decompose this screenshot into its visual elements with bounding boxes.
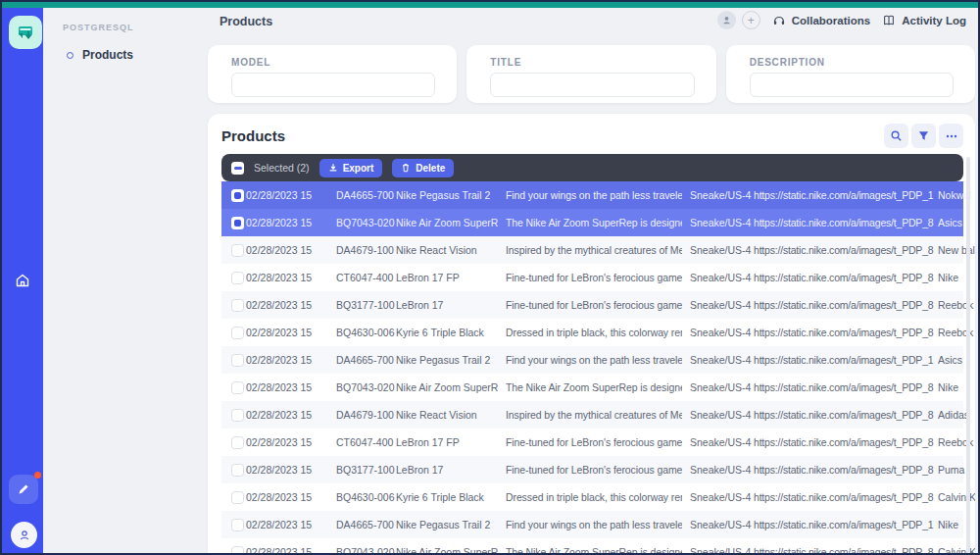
products-card: Products: [208, 114, 975, 555]
row-checkbox[interactable]: [231, 436, 244, 449]
cell-size: Sneake/US-42: [690, 217, 752, 228]
row-checkbox[interactable]: [231, 409, 244, 422]
row-checkbox[interactable]: [231, 381, 244, 394]
cell-description: Find your wings on the path less travele…: [506, 519, 682, 530]
cell-size: Sneake/US-43: [690, 244, 752, 256]
edit-mode-button[interactable]: [9, 475, 38, 504]
cell-description: Inspired by the mythical creatures of Me…: [506, 244, 682, 256]
cell-size: Sneake/US-42: [690, 299, 752, 311]
table-row[interactable]: 02/28/2023 15:11 DA4665-700 Nike Pegasus…: [221, 511, 963, 538]
cell-size: Sneake/US-44: [690, 272, 752, 283]
export-label: Export: [343, 163, 374, 174]
table-row[interactable]: 02/28/2023 15:11 BQ7043-020 Nike Air Zoo…: [221, 209, 963, 236]
cell-image-url: https://static.nike.com/a/images/t_PDP_1…: [754, 189, 934, 201]
cell-title: Kyrie 6 Triple Black: [396, 491, 498, 503]
cell-title: Nike Air Zoom SuperRep: [396, 381, 498, 393]
cell-description: Fine-tuned for LeBron's ferocious game, …: [506, 299, 682, 311]
trash-icon: [401, 163, 411, 173]
row-checkbox[interactable]: [231, 546, 244, 555]
app-window: POSTGRESQL Products Products + Collabora…: [0, 0, 980, 555]
user-avatar-button[interactable]: [11, 522, 37, 548]
row-checkbox[interactable]: [231, 327, 244, 339]
sidebar-item-label: Products: [82, 48, 133, 62]
description-filter-input[interactable]: [750, 73, 954, 97]
cell-model: DA4679-100: [336, 244, 396, 256]
cell-size: Sneake/US-43: [690, 327, 752, 338]
table-row[interactable]: 02/28/2023 15:11 DA4665-700 Nike Pegasus…: [221, 181, 963, 209]
table-scrollbar[interactable]: [966, 157, 970, 555]
row-checkbox[interactable]: [231, 519, 244, 531]
cell-size: Sneake/US-44: [690, 189, 752, 201]
cell-size: Sneake/US-43: [690, 491, 752, 503]
cell-size: Sneake/US-42: [690, 546, 752, 555]
model-filter-input[interactable]: [231, 73, 435, 97]
row-checkbox[interactable]: [231, 491, 244, 504]
activity-log-button[interactable]: Activity Log: [882, 14, 966, 27]
table-row[interactable]: 02/28/2023 15:11 BQ7043-020 Nike Air Zoo…: [221, 538, 963, 555]
cell-model: DA4665-700: [336, 519, 396, 530]
cell-title: Nike React Vision: [396, 244, 498, 256]
row-checkbox[interactable]: [231, 354, 244, 367]
selected-count: Selected (2): [254, 162, 310, 174]
book-icon: [882, 14, 896, 27]
cell-image-url: https://static.nike.com/a/images/t_PDP_8…: [754, 491, 934, 503]
collaborations-button[interactable]: Collaborations: [772, 14, 871, 27]
top-accent-bar: [2, 2, 978, 8]
headset-icon: [772, 14, 786, 27]
row-checkbox[interactable]: [231, 299, 244, 312]
collaborations-label: Collaborations: [792, 15, 871, 26]
app-logo[interactable]: [9, 16, 42, 49]
member-avatar[interactable]: [717, 11, 736, 29]
cell-title: LeBron 17: [396, 299, 498, 311]
row-checkbox[interactable]: [231, 464, 244, 477]
table-row[interactable]: 02/28/2023 15:11 BQ3177-100 LeBron 17 Fi…: [221, 456, 963, 483]
cell-description: Fine-tuned for LeBron's ferocious game, …: [506, 272, 682, 283]
header-actions: + Collaborations Activity Log: [717, 11, 966, 29]
cell-title: Nike Air Zoom SuperRep: [396, 217, 498, 228]
more-options-button[interactable]: [939, 124, 963, 148]
row-checkbox[interactable]: [231, 189, 244, 202]
search-button[interactable]: [884, 124, 908, 148]
cell-size: Sneake/US-42: [690, 464, 752, 476]
cell-image-url: https://static.nike.com/a/images/t_PDP_8…: [754, 409, 934, 421]
table-row[interactable]: 02/28/2023 15:11 CT6047-400 LeBron 17 FP…: [221, 429, 963, 456]
table-row[interactable]: 02/28/2023 15:11 DA4679-100 Nike React V…: [221, 236, 963, 264]
table-row[interactable]: 02/28/2023 15:11 BQ7043-020 Nike Air Zoo…: [221, 374, 963, 401]
cell-created-date: 02/28/2023 15:11: [246, 217, 313, 228]
search-icon: [890, 129, 903, 142]
row-checkbox[interactable]: [231, 272, 244, 284]
cell-model: DA4679-100: [336, 409, 396, 421]
filter-label: DESCRIPTION: [750, 57, 954, 68]
row-checkbox[interactable]: [231, 217, 244, 229]
table-row[interactable]: 02/28/2023 15:11 BQ4630-006 Kyrie 6 Trip…: [221, 319, 963, 346]
sidebar-item-products[interactable]: Products: [59, 44, 141, 66]
cell-model: BQ3177-100: [336, 464, 396, 476]
add-member-button[interactable]: +: [742, 11, 760, 29]
cell-image-url: https://static.nike.com/a/images/t_PDP_8…: [754, 327, 934, 338]
row-checkbox[interactable]: [231, 244, 244, 257]
cell-description: The Nike Air Zoom SuperRep is designed f…: [506, 546, 682, 555]
cell-model: BQ4630-006: [336, 491, 396, 503]
cell-description: Dressed in triple black, this colorway r…: [506, 491, 682, 503]
cell-title: Nike React Vision: [396, 409, 498, 421]
export-button[interactable]: Export: [319, 159, 383, 177]
notification-dot: [34, 472, 41, 479]
cell-description: Fine-tuned for LeBron's ferocious game, …: [506, 436, 682, 448]
table-row[interactable]: 02/28/2023 15:11 BQ3177-100 LeBron 17 Fi…: [221, 291, 963, 319]
cell-title: Nike Pegasus Trail 2: [396, 189, 498, 201]
delete-button[interactable]: Delete: [392, 159, 454, 177]
table-row[interactable]: 02/28/2023 15:11 DA4665-700 Nike Pegasus…: [221, 346, 963, 374]
table-row[interactable]: 02/28/2023 15:11 BQ4630-006 Kyrie 6 Trip…: [221, 483, 963, 511]
cell-model: DA4665-700: [336, 354, 396, 366]
title-filter-input[interactable]: [490, 73, 694, 97]
cell-title: LeBron 17 FP: [396, 436, 498, 448]
cell-size: Sneake/US-42: [690, 381, 752, 393]
resource-section-label: POSTGRESQL: [63, 23, 134, 32]
table-row[interactable]: 02/28/2023 15:11 DA4679-100 Nike React V…: [221, 401, 963, 429]
home-icon: [15, 273, 30, 288]
cell-image-url: https://static.nike.com/a/images/t_PDP_8…: [754, 546, 934, 555]
table-row[interactable]: 02/28/2023 15:11 CT6047-400 LeBron 17 FP…: [221, 264, 963, 291]
filter-button[interactable]: [911, 124, 936, 148]
home-button[interactable]: [15, 273, 30, 288]
select-all-checkbox[interactable]: [231, 162, 244, 175]
